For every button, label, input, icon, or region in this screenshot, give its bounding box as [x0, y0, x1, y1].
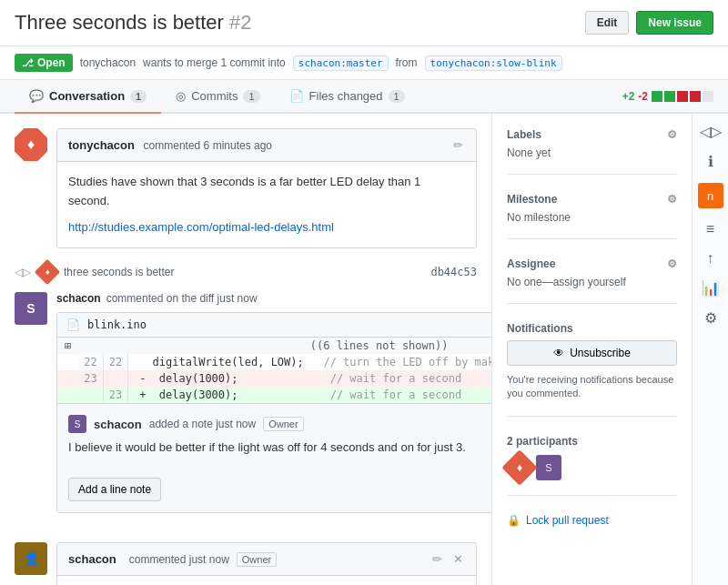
notifications-title: Notifications: [507, 322, 677, 335]
inline-comment-badge: Owner: [263, 417, 303, 431]
comment-body-schacon: schacon commented just now Owner ✏ ✕ If …: [56, 542, 477, 585]
assignee-value: No one—assign yourself: [507, 276, 677, 288]
comment-schacon-diff: S schacon commented on the diff just now…: [15, 292, 477, 528]
comment-tonychacon: ♦ tonychacon commented 6 minutes ago ✏ S…: [15, 128, 477, 248]
bottom-comment-edit-button[interactable]: ✏: [430, 550, 444, 568]
assignee-title: Assignee: [507, 257, 555, 270]
header-actions: Edit New issue: [585, 11, 713, 35]
diff-bar-5: [703, 91, 713, 102]
pr-meta: ⎇ Open tonychacon wants to merge 1 commi…: [0, 46, 728, 80]
bottom-comment-time: commented just now: [129, 553, 229, 566]
milestone-gear-icon[interactable]: ⚙: [667, 193, 677, 206]
participant-1-avatar: ♦: [501, 449, 538, 486]
file-icon: 📄: [66, 318, 80, 331]
diff-add: +2: [622, 90, 635, 103]
right-icon-upload[interactable]: ↑: [707, 250, 714, 267]
head-ref: tonychacon:slow-blink: [425, 55, 562, 71]
line-num-23-del: 23: [78, 370, 103, 387]
commit-sha: db44c53: [430, 266, 477, 278]
diff-table: ⊞ ((6 lines not shown)) 22 22 digit: [57, 338, 491, 403]
tab-conversation[interactable]: 💬 Conversation 1: [15, 80, 161, 114]
deleted-expand: [57, 370, 78, 387]
right-icon-settings[interactable]: ⚙: [704, 309, 717, 327]
new-issue-button[interactable]: New issue: [636, 11, 713, 35]
tab-commits[interactable]: ◎ Commits 1: [161, 80, 274, 114]
diff-section-content: schacon commented on the diff just now 📄…: [56, 292, 491, 528]
diff-bar-1: [652, 91, 662, 102]
notifications-section: Notifications 👁 Unsubscribe You're recei…: [507, 322, 677, 417]
comment-meta: tonychacon commented 6 minutes ago: [68, 138, 272, 152]
milestone-section: Milestone ⚙ No milestone: [507, 193, 677, 239]
commits-count: 1: [243, 90, 259, 103]
diff-bar-3: [677, 91, 688, 102]
notifications-title-text: Notifications: [507, 322, 573, 335]
edit-button[interactable]: Edit: [585, 11, 630, 35]
avatar-tonychacon: ♦: [15, 128, 47, 161]
diff-context-row: 22 22 digitalWrite(led, LOW); // turn th…: [57, 354, 491, 370]
diff-comment-author-area: S schacon added a note just now Owner: [68, 415, 304, 433]
title-text: Three seconds is better: [15, 11, 224, 34]
labels-title: Labels: [507, 128, 541, 141]
pr-action: wants to merge 1 commit into: [143, 56, 286, 69]
diamond-avatar: ♦: [15, 128, 47, 161]
add-line-note-button[interactable]: Add a line note: [68, 478, 161, 501]
line-num-empty-del: [103, 370, 127, 387]
avatar-schacon: S: [15, 292, 47, 528]
labels-gear-icon[interactable]: ⚙: [667, 128, 677, 141]
assignee-gear-icon[interactable]: ⚙: [667, 257, 677, 270]
dots-num1: [78, 338, 103, 354]
comment-header-tonychacon: tonychacon commented 6 minutes ago ✏: [57, 129, 476, 162]
labels-section: Labels ⚙ None yet: [507, 128, 677, 175]
diff-bar-2: [664, 91, 675, 102]
diff-added-row: 23 + delay(3000); // wait for a second: [57, 387, 491, 403]
conversation-count: 1: [130, 90, 147, 103]
comment-content-tonychacon: Studies have shown that 3 seconds is a f…: [57, 162, 476, 247]
eye-icon: 👁: [553, 347, 564, 359]
commit-ref-bar: ◁▷ ♦ three seconds is better db44c53: [15, 263, 477, 281]
milestone-value: No milestone: [507, 211, 677, 224]
comment-author: tonychacon: [68, 138, 135, 152]
context-expand: [57, 354, 78, 370]
labels-title-row: Labels ⚙: [507, 128, 677, 141]
participant-2-avatar: S: [536, 455, 561, 480]
diff-comment-author: schacon: [56, 292, 101, 305]
file-name: blink.ino: [87, 318, 147, 331]
assignee-title-row: Assignee ⚙: [507, 257, 677, 270]
participants-title: 2 participants: [507, 435, 677, 448]
comment-content-schacon: If you make that change, I'll be happy t…: [57, 576, 476, 585]
diff-del: -2: [638, 90, 648, 103]
page-header: Three seconds is better #2 Edit New issu…: [0, 0, 728, 46]
right-icon-active[interactable]: n: [698, 183, 723, 208]
unsubscribe-button[interactable]: 👁 Unsubscribe: [507, 340, 677, 366]
comment-header-schacon: schacon commented just now Owner ✏ ✕: [57, 543, 476, 576]
tab-files-changed[interactable]: 📄 Files changed 1: [275, 80, 420, 114]
bottom-comment-icons: ✏ ✕: [430, 550, 465, 568]
add-note-area: Add a line note: [68, 469, 491, 501]
comment-edit-button[interactable]: ✏: [451, 136, 465, 154]
comment-schacon-bottom: 👤 schacon commented just now Owner ✏ ✕: [15, 542, 477, 585]
bottom-comment-close-button[interactable]: ✕: [451, 550, 465, 568]
right-icon-menu[interactable]: ≡: [706, 221, 714, 237]
files-icon: 📄: [289, 89, 304, 103]
bottom-comment-meta: schacon commented just now Owner: [68, 552, 277, 567]
comment-link[interactable]: http://studies.example.com/optimal-led-d…: [68, 220, 334, 234]
diff-bar-4: [690, 91, 701, 102]
right-icon-code[interactable]: ◁▷: [700, 123, 722, 140]
merge-icon: ⎇: [22, 57, 34, 69]
right-icon-chart[interactable]: 📊: [702, 279, 720, 297]
expand-icon: ⊞: [57, 338, 78, 354]
line-num-22-2: 22: [103, 354, 127, 370]
commits-icon: ◎: [176, 89, 186, 103]
diff-inline-box: 📄 blink.ino View full changes ⊞ ((6 lin: [56, 312, 491, 513]
page-title-area: Three seconds is better #2: [15, 11, 252, 35]
unsubscribe-label: Unsubscribe: [570, 347, 631, 359]
context-line: digitalWrite(led, LOW); // turn the LED …: [128, 354, 491, 370]
lock-request-link[interactable]: 🔒 Lock pull request: [507, 514, 677, 527]
right-icon-info[interactable]: ℹ: [708, 153, 713, 170]
diff-inline-header: 📄 blink.ino View full changes: [57, 313, 491, 338]
dots-content: ((6 lines not shown)): [128, 338, 491, 354]
comment-text: Studies have shown that 3 seconds is a f…: [68, 173, 465, 211]
photo-avatar: 👤: [15, 542, 47, 575]
page-title: Three seconds is better #2: [15, 11, 252, 34]
tab-conversation-label: Conversation: [49, 89, 125, 103]
